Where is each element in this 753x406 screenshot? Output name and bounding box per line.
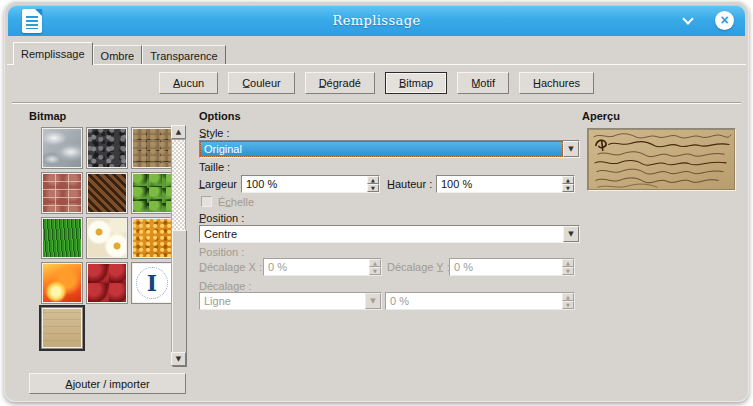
bitmap-grid: I bbox=[41, 127, 170, 349]
spin-up-button: ▲ bbox=[562, 293, 574, 301]
position-combobox[interactable]: Centre ▼ bbox=[199, 225, 580, 243]
degrade-button[interactable]: D̲égradé bbox=[305, 72, 375, 94]
close-button[interactable]: × bbox=[715, 11, 734, 30]
ligne-dropdown-button: ▼ bbox=[365, 293, 381, 309]
position-value: Centre bbox=[200, 227, 563, 242]
hauteur-value: 100 % bbox=[437, 177, 562, 192]
shade-window-button[interactable] bbox=[681, 14, 697, 28]
spin-down-button: ▼ bbox=[562, 267, 574, 275]
bitmap-heading: Bitmap bbox=[29, 110, 66, 122]
decalage-y-spinfield: 0 % ▲ ▼ bbox=[449, 258, 575, 276]
bitmap-thumb-weave[interactable] bbox=[86, 172, 128, 214]
fill-type-row: A̲ucun C̲ouleur D̲égradé B̲itmap M̲otif … bbox=[4, 72, 749, 94]
apercu-heading: Aperçu bbox=[582, 110, 620, 122]
largeur-spinfield[interactable]: 100 % ▲ ▼ bbox=[241, 175, 380, 193]
position-dropdown-button[interactable]: ▼ bbox=[563, 226, 579, 242]
spin-up-icon: ▲ bbox=[566, 177, 570, 183]
scrollbar-track[interactable] bbox=[171, 139, 186, 352]
spin-up-icon: ▲ bbox=[566, 294, 570, 300]
ligne-percent-value: 0 % bbox=[386, 294, 562, 309]
spin-up-button: ▲ bbox=[562, 259, 574, 267]
motif-button[interactable]: M̲otif bbox=[457, 72, 509, 94]
tab-label: Transparence bbox=[150, 50, 217, 62]
tab-label: Ombre bbox=[101, 50, 135, 62]
parchment-manuscript-image bbox=[588, 129, 735, 190]
bitmap-button[interactable]: B̲itmap bbox=[385, 72, 447, 94]
aucun-button[interactable]: A̲ucun bbox=[159, 72, 218, 94]
decalage-y-label: Décalage Y̲ : bbox=[387, 261, 450, 274]
bitmap-thumb-grass[interactable] bbox=[41, 217, 83, 259]
ligne-combobox: Ligne ▼ bbox=[199, 292, 382, 310]
style-label: S̲tyle : bbox=[199, 127, 230, 140]
dropdown-arrow-icon: ▼ bbox=[370, 297, 375, 305]
preview-box bbox=[587, 128, 736, 191]
scrollbar-thumb[interactable] bbox=[172, 230, 187, 367]
position-label: P̲osition : bbox=[199, 212, 244, 225]
hauteur-spinner: ▲ ▼ bbox=[562, 176, 574, 192]
decalage-x-spinner: ▲ ▼ bbox=[369, 259, 381, 275]
spin-up-button[interactable]: ▲ bbox=[562, 176, 574, 184]
style-combobox[interactable]: Original ▼ bbox=[199, 140, 580, 158]
spin-up-button: ▲ bbox=[369, 259, 381, 267]
decalage-y-value: 0 % bbox=[450, 260, 562, 275]
decalage-x-spinfield: 0 % ▲ ▼ bbox=[263, 258, 382, 276]
dropdown-arrow-icon: ▼ bbox=[568, 230, 573, 238]
tab-ombre[interactable]: Ombre bbox=[93, 45, 143, 65]
fill-dialog-window: Remplissage × Remplissage Ombre Transpar… bbox=[4, 1, 749, 402]
spin-up-icon: ▲ bbox=[566, 260, 570, 266]
spin-down-icon: ▼ bbox=[566, 302, 570, 308]
decalage-y-spinner: ▲ ▼ bbox=[562, 259, 574, 275]
close-icon: × bbox=[720, 12, 728, 28]
spin-down-button[interactable]: ▼ bbox=[562, 184, 574, 192]
tab-panel-divider bbox=[7, 64, 746, 66]
scroll-down-button[interactable]: ▼ bbox=[171, 352, 186, 366]
bitmap-thumb-gravel[interactable] bbox=[86, 127, 128, 169]
hauteur-label: H̲auteur : bbox=[387, 178, 432, 191]
options-heading: Options bbox=[199, 110, 241, 122]
bitmap-thumb-metal[interactable] bbox=[41, 127, 83, 169]
largeur-spinner: ▲ ▼ bbox=[367, 176, 379, 192]
tab-remplissage[interactable]: Remplissage bbox=[13, 42, 93, 65]
echelle-label: Éc̲helle bbox=[218, 196, 254, 209]
bitmap-thumb-brick[interactable] bbox=[41, 172, 83, 214]
style-dropdown-button[interactable]: ▼ bbox=[563, 141, 579, 157]
spin-down-button[interactable]: ▼ bbox=[367, 184, 379, 192]
bitmap-thumb-logo[interactable]: I bbox=[131, 262, 173, 304]
taille-label: Taille : bbox=[199, 161, 230, 174]
bitmap-thumb-leaves[interactable] bbox=[131, 172, 173, 214]
bitmap-thumb-parchment[interactable] bbox=[41, 307, 83, 349]
scroll-down-icon: ▼ bbox=[176, 355, 181, 363]
hauteur-spinfield[interactable]: 100 % ▲ ▼ bbox=[436, 175, 575, 193]
tab-label: Remplissage bbox=[21, 48, 85, 60]
bitmap-thumb-orange[interactable] bbox=[131, 217, 173, 259]
largeur-label: L̲argeur : bbox=[199, 178, 243, 191]
spin-up-icon: ▲ bbox=[371, 177, 375, 183]
hachures-button[interactable]: H̲achures bbox=[519, 72, 594, 94]
tab-bar: Remplissage Ombre Transparence bbox=[13, 42, 226, 65]
spin-up-button[interactable]: ▲ bbox=[367, 176, 379, 184]
decalage-x-value: 0 % bbox=[264, 260, 369, 275]
spin-down-button: ▼ bbox=[562, 301, 574, 309]
bitmap-thumb-daisy[interactable] bbox=[86, 217, 128, 259]
dropdown-arrow-icon: ▼ bbox=[568, 145, 573, 153]
bitmap-thumb-rose[interactable] bbox=[86, 262, 128, 304]
bitmap-thumb-fire[interactable] bbox=[41, 262, 83, 304]
position-disabled-label: Position : bbox=[199, 246, 244, 259]
scroll-up-icon: ▲ bbox=[176, 128, 181, 136]
ajouter-importer-button[interactable]: A̲jouter / importer bbox=[29, 373, 186, 394]
section-divider bbox=[12, 102, 741, 104]
largeur-value: 100 % bbox=[242, 177, 367, 192]
spin-down-icon: ▼ bbox=[566, 268, 570, 274]
style-selected-value: Original bbox=[200, 141, 563, 157]
scroll-up-button[interactable]: ▲ bbox=[171, 125, 186, 139]
decalage-x-label: D̲écalage X : bbox=[199, 261, 262, 274]
ligne-percent-spinner: ▲ ▼ bbox=[562, 293, 574, 309]
ligne-percent-spinfield: 0 % ▲ ▼ bbox=[385, 292, 575, 310]
window-title: Remplissage bbox=[8, 13, 745, 28]
bitmap-thumb-stonewall[interactable] bbox=[131, 127, 173, 169]
couleur-button[interactable]: C̲ouleur bbox=[228, 72, 295, 94]
tab-transparence[interactable]: Transparence bbox=[142, 45, 225, 65]
spin-down-icon: ▼ bbox=[371, 185, 375, 191]
chevron-down-icon bbox=[682, 13, 693, 24]
title-bar[interactable]: Remplissage × bbox=[8, 5, 745, 36]
